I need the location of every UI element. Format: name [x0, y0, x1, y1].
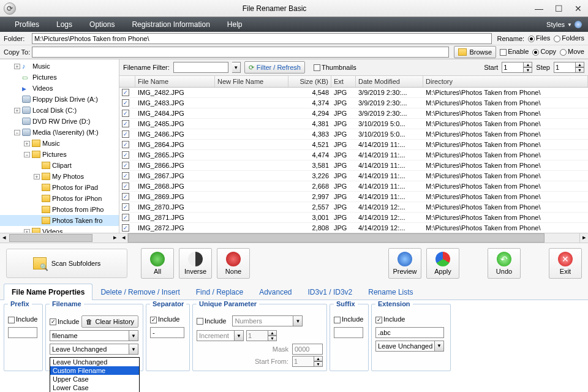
tree-item[interactable]: Videos — [0, 83, 119, 94]
step-spinner[interactable]: ▲▼ — [554, 62, 584, 73]
table-row[interactable]: ✓IMG_2869.JPG2,997JPG4/14/2019 11:...M:\… — [119, 192, 588, 202]
select-none-button[interactable]: None — [217, 248, 250, 279]
start-spinner[interactable]: ▲▼ — [502, 62, 532, 73]
row-checkbox[interactable]: ✓ — [122, 110, 129, 117]
enable-checkbox[interactable]: Enable — [500, 48, 529, 56]
tree-item[interactable]: +Music — [0, 61, 119, 72]
filename-case-combo[interactable]: ▼ — [50, 344, 139, 355]
expand-icon[interactable]: + — [14, 64, 20, 69]
expand-icon[interactable]: − — [24, 152, 30, 157]
table-row[interactable]: ✓IMG_2868.JPG2,668JPG4/14/2019 11:...M:\… — [119, 181, 588, 192]
copyto-input[interactable] — [32, 47, 449, 58]
row-checkbox[interactable]: ✓ — [122, 172, 129, 179]
tree-item[interactable]: +Music — [0, 138, 119, 149]
filter-dropdown-button[interactable]: ▼ — [232, 62, 241, 73]
tree-item[interactable]: Photos from iPho — [0, 204, 119, 215]
row-checkbox[interactable]: ✓ — [122, 120, 129, 127]
expand-icon[interactable]: + — [24, 141, 30, 146]
mask-input[interactable] — [292, 344, 323, 355]
row-checkbox[interactable]: ✓ — [122, 203, 129, 211]
row-checkbox[interactable]: ✓ — [122, 130, 129, 138]
menu-help[interactable]: Help — [219, 17, 251, 32]
filter-refresh-button[interactable]: ⟳Filter / Refresh — [244, 61, 305, 74]
scan-subfolders-button[interactable]: 🔍Scan Subfolders — [6, 249, 127, 278]
suffix-input[interactable] — [334, 327, 363, 338]
table-row[interactable]: ✓IMG_2486.JPG4,383JPG3/10/2019 5:0...M:\… — [119, 129, 588, 140]
row-checkbox[interactable]: ✓ — [122, 193, 129, 200]
dropdown-option[interactable]: Lower Case — [50, 383, 139, 392]
unique-include-checkbox[interactable]: Include — [197, 317, 226, 325]
table-row[interactable]: ✓IMG_2864.JPG4,521JPG4/14/2019 11:...M:\… — [119, 140, 588, 150]
tab-advanced[interactable]: Advanced — [251, 284, 300, 300]
expand-icon[interactable]: − — [14, 130, 20, 135]
move-radio[interactable]: Move — [560, 48, 584, 56]
folder-tree[interactable]: +MusicPicturesVideosFloppy Disk Drive (A… — [0, 59, 119, 243]
apply-button[interactable]: Apply — [426, 248, 459, 279]
expand-icon[interactable]: + — [34, 174, 40, 179]
rename-files-radio[interactable]: Files — [528, 34, 550, 42]
tree-item[interactable]: Photos Taken fro — [0, 215, 119, 226]
file-grid[interactable]: File Name New File Name Size (KB) Ext Da… — [119, 76, 588, 233]
tab-rename-lists[interactable]: Rename Lists — [360, 284, 421, 300]
menu-options[interactable]: Options — [81, 17, 123, 32]
row-checkbox[interactable]: ✓ — [122, 99, 129, 107]
undo-button[interactable]: ↶Undo — [488, 248, 521, 279]
filename-case-dropdown-list[interactable]: Leave UnchangedCustom FilenameUpper Case… — [50, 357, 140, 392]
prefix-include-checkbox[interactable]: Include — [8, 315, 37, 323]
preview-button[interactable]: Preview — [388, 248, 421, 279]
tree-item[interactable]: −Media (\\serenity) (M:) — [0, 127, 119, 138]
rename-folders-radio[interactable]: Folders — [554, 34, 584, 42]
table-row[interactable]: ✓IMG_2482.JPG4,548JPG3/9/2019 2:30:...M:… — [119, 88, 588, 98]
row-checkbox[interactable]: ✓ — [122, 183, 129, 190]
thumbnails-checkbox[interactable]: Thumbnails — [314, 64, 356, 72]
table-row[interactable]: ✓IMG_2866.JPG3,581JPG4/14/2019 11:...M:\… — [119, 160, 588, 171]
dropdown-option[interactable]: Custom Filename — [50, 366, 139, 375]
menu-registration[interactable]: Registration Information — [123, 17, 218, 32]
minimize-button[interactable]: — — [529, 0, 549, 17]
table-row[interactable]: ✓IMG_2485.JPG4,381JPG3/10/2019 5:0...M:\… — [119, 119, 588, 129]
tree-item[interactable]: Clipart — [0, 160, 119, 171]
tree-item[interactable]: DVD RW Drive (D:) — [0, 116, 119, 127]
exit-button[interactable]: ✕Exit — [549, 248, 582, 279]
extension-case-combo[interactable]: ▼ — [375, 341, 447, 352]
select-inverse-button[interactable]: Inverse — [179, 248, 212, 279]
separator-input[interactable] — [150, 327, 184, 338]
menu-logs[interactable]: Logs — [48, 17, 81, 32]
filename-combo[interactable]: ▼ — [50, 330, 139, 341]
tree-item[interactable]: Pictures — [0, 72, 119, 83]
row-checkbox[interactable]: ✓ — [122, 151, 129, 159]
horizontal-scrollbar[interactable]: ◂▸ — [119, 233, 588, 243]
tree-item[interactable]: Photos for iPad — [0, 182, 119, 193]
menu-profiles[interactable]: Profiles — [6, 17, 48, 32]
clear-history-button[interactable]: 🗑Clear History — [81, 315, 138, 328]
browse-button[interactable]: Browse — [454, 46, 496, 58]
start-from-spinner[interactable]: ▲▼ — [292, 356, 323, 367]
dropdown-option[interactable]: Leave Unchanged — [50, 358, 139, 366]
table-row[interactable]: ✓IMG_2871.JPG3,001JPG4/14/2019 12:...M:\… — [119, 213, 588, 223]
extension-include-checkbox[interactable]: Include — [375, 315, 405, 323]
filter-input[interactable] — [173, 62, 228, 73]
tree-item[interactable]: Photos for iPhon — [0, 193, 119, 204]
increment-combo[interactable]: ▼ — [197, 330, 244, 341]
row-checkbox[interactable]: ✓ — [122, 89, 129, 96]
increment-spinner[interactable]: ▲▼ — [246, 330, 277, 341]
row-checkbox[interactable]: ✓ — [122, 214, 129, 221]
tree-item[interactable]: +My Photos — [0, 171, 119, 182]
tree-item[interactable]: −Pictures — [0, 149, 119, 160]
tab-delete-remove-insert[interactable]: Delete / Remove / Insert — [92, 284, 187, 300]
separator-include-checkbox[interactable]: Include — [150, 315, 179, 323]
expand-icon[interactable]: + — [14, 108, 20, 113]
copy-radio[interactable]: Copy — [532, 48, 556, 56]
row-checkbox[interactable]: ✓ — [122, 141, 129, 148]
table-row[interactable]: ✓IMG_2867.JPG3,226JPG4/14/2019 11:...M:\… — [119, 171, 588, 181]
table-row[interactable]: ✓IMG_2483.JPG4,374JPG3/9/2019 2:30:...M:… — [119, 98, 588, 108]
maximize-button[interactable]: ☐ — [549, 0, 568, 17]
folder-input[interactable] — [32, 33, 492, 44]
select-all-button[interactable]: All — [141, 248, 174, 279]
filename-include-checkbox[interactable]: Include — [50, 318, 79, 326]
row-checkbox[interactable]: ✓ — [122, 224, 129, 232]
tab-find-replace[interactable]: Find / Replace — [188, 284, 251, 300]
tree-item[interactable]: Floppy Disk Drive (A:) — [0, 94, 119, 105]
table-row[interactable]: ✓IMG_2870.JPG2,557JPG4/14/2019 12:...M:\… — [119, 202, 588, 213]
suffix-include-checkbox[interactable]: Include — [334, 315, 363, 323]
